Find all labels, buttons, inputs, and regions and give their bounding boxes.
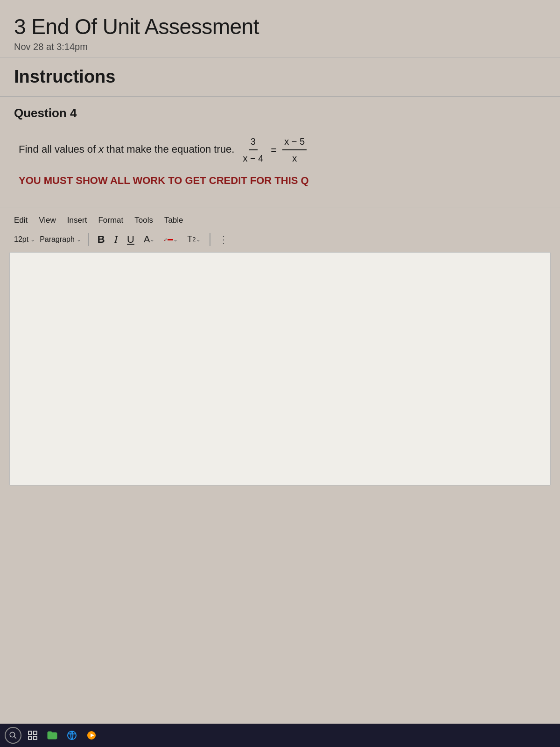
svg-point-8 [68, 731, 76, 740]
bold-button[interactable]: B [95, 233, 107, 247]
taskbar [0, 724, 560, 747]
font-color-button[interactable]: A ⌄ [141, 233, 157, 246]
taskbar-browser-icon[interactable] [63, 727, 80, 744]
superscript-chevron: ⌄ [196, 236, 201, 243]
equals-sign: = [271, 142, 277, 158]
svg-rect-6 [28, 736, 32, 740]
editor-menubar: Edit View Insert Format Tools Table [9, 212, 551, 229]
editor-area[interactable] [9, 252, 551, 486]
menu-view[interactable]: View [39, 216, 56, 225]
media-icon [86, 730, 97, 741]
lhs-denominator: x − 4 [241, 150, 265, 165]
more-options-button[interactable]: ⋮ [219, 234, 229, 245]
instructions-title: Instructions [14, 67, 546, 87]
superscript-label: T [187, 234, 192, 244]
taskbar-media-icon[interactable] [83, 727, 100, 744]
rhs-numerator: x − 5 [282, 134, 307, 150]
taskbar-search-button[interactable] [5, 727, 21, 744]
svg-rect-1 [164, 240, 165, 241]
superscript-exp: 2 [192, 236, 196, 243]
font-color-chevron: ⌄ [150, 236, 154, 243]
editor-toolbar: 12pt ⌄ Paragraph ⌄ B I U A ⌄ [9, 229, 551, 250]
header-section: 3 End Of Unit Assessment Nov 28 at 3:14p… [0, 0, 560, 57]
taskbar-grid-icon[interactable] [24, 727, 41, 744]
underline-button[interactable]: U [125, 233, 137, 247]
folder-icon [47, 730, 58, 741]
lhs-numerator: 3 [249, 134, 258, 150]
page-container: 3 End Of Unit Assessment Nov 28 at 3:14p… [0, 0, 560, 747]
highlight-underline [168, 239, 173, 240]
font-color-label: A [144, 234, 150, 245]
font-size-chevron: ⌄ [30, 236, 35, 243]
menu-tools[interactable]: Tools [134, 216, 153, 225]
question-label: Question 4 [14, 106, 546, 120]
rhs-fraction: x − 5 x [282, 134, 307, 165]
svg-rect-7 [34, 736, 37, 740]
rhs-denominator: x [290, 150, 299, 165]
pencil-icon [164, 235, 168, 244]
question-content: Find all values of x that make the equat… [14, 120, 546, 197]
menu-table[interactable]: Table [164, 216, 183, 225]
toolbar-divider-2 [210, 233, 210, 246]
editor-section: Edit View Insert Format Tools Table 12pt… [0, 207, 560, 495]
lhs-fraction: 3 x − 4 [241, 134, 265, 165]
menu-edit[interactable]: Edit [14, 216, 28, 225]
question-section: Question 4 Find all values of x that mak… [0, 97, 560, 207]
font-size-dropdown[interactable]: 12pt ⌄ [14, 235, 35, 244]
instructions-section: Instructions [0, 57, 560, 97]
highlight-button[interactable]: ⌄ [161, 234, 180, 245]
page-title: 3 End Of Unit Assessment [14, 14, 546, 40]
font-size-label: 12pt [14, 235, 28, 244]
highlight-chevron: ⌄ [173, 236, 178, 243]
question-text-suffix: that make the equation true. [106, 143, 234, 155]
search-icon [9, 731, 17, 740]
grid-icon [27, 730, 38, 741]
paragraph-label: Paragraph [40, 235, 75, 244]
equation-container: 3 x − 4 = x − 5 x [241, 134, 307, 165]
taskbar-folder-icon[interactable] [44, 727, 61, 744]
svg-rect-5 [34, 731, 37, 734]
paragraph-dropdown[interactable]: Paragraph ⌄ [40, 235, 81, 244]
svg-rect-4 [28, 731, 32, 734]
svg-line-3 [14, 736, 16, 739]
question-variable: x [98, 143, 106, 155]
page-subtitle: Nov 28 at 3:14pm [14, 42, 546, 52]
svg-point-2 [10, 732, 15, 737]
question-text-prefix: Find all values of [19, 143, 96, 155]
toolbar-divider [88, 233, 89, 246]
menu-insert[interactable]: Insert [67, 216, 87, 225]
paragraph-chevron: ⌄ [77, 236, 81, 243]
italic-button[interactable]: I [112, 233, 120, 247]
menu-format[interactable]: Format [98, 216, 123, 225]
superscript-button[interactable]: T2 ⌄ [185, 233, 203, 245]
question-text: Find all values of x that make the equat… [19, 134, 541, 165]
browser-icon [66, 730, 77, 741]
warning-text: YOU MUST SHOW ALL WORK TO GET CREDIT FOR… [19, 174, 541, 188]
